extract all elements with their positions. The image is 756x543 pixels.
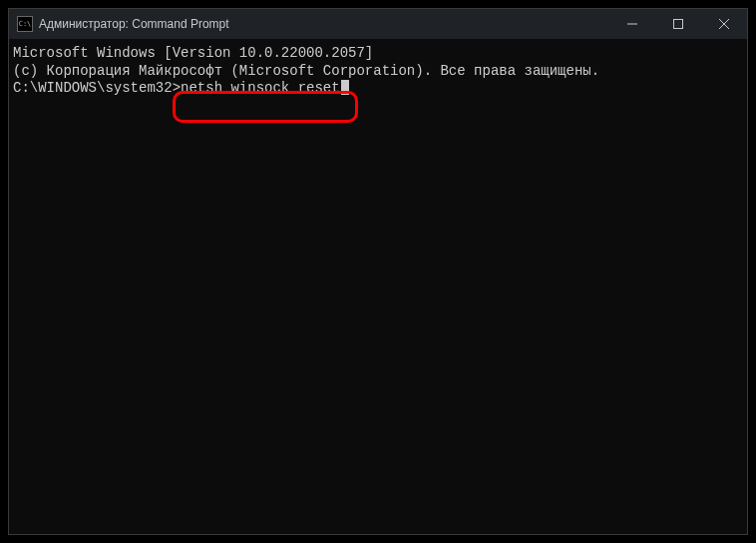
app-icon: C:\ [17, 16, 33, 32]
command-input[interactable]: netsh winsock reset [181, 80, 340, 98]
close-icon [719, 19, 729, 29]
output-line-copyright: (c) Корпорация Майкрософт (Microsoft Cor… [13, 63, 743, 81]
prompt-path: C:\WINDOWS\system32> [13, 80, 181, 98]
svg-rect-1 [674, 20, 683, 29]
window-title: Администратор: Command Prompt [39, 17, 609, 31]
close-button[interactable] [701, 9, 747, 39]
cursor [341, 80, 349, 95]
minimize-icon [627, 19, 637, 29]
maximize-button[interactable] [655, 9, 701, 39]
prompt-line: C:\WINDOWS\system32>netsh winsock reset [13, 80, 743, 98]
minimize-button[interactable] [609, 9, 655, 39]
terminal-area[interactable]: Microsoft Windows [Version 10.0.22000.20… [9, 39, 747, 534]
output-line-version: Microsoft Windows [Version 10.0.22000.20… [13, 45, 743, 63]
window-controls [609, 9, 747, 39]
titlebar[interactable]: C:\ Администратор: Command Prompt [9, 9, 747, 39]
command-prompt-window: C:\ Администратор: Command Prompt [8, 8, 748, 535]
cmd-icon: C:\ [19, 21, 32, 28]
maximize-icon [673, 19, 683, 29]
